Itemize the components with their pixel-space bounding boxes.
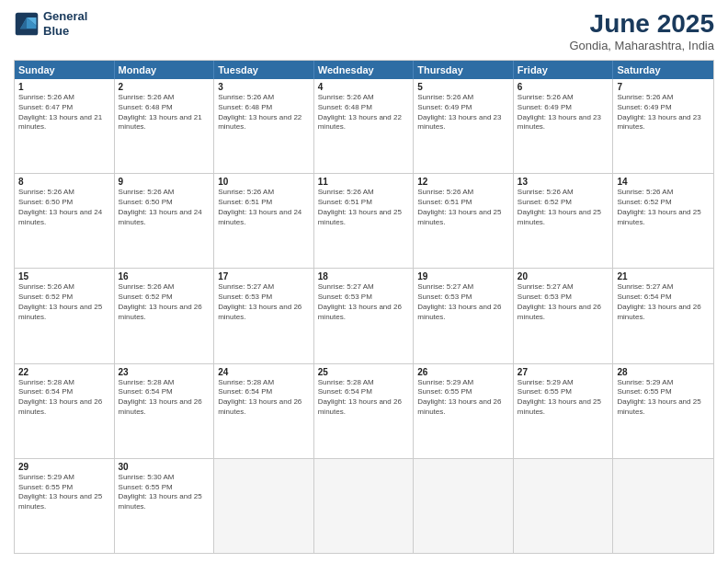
subtitle: Gondia, Maharashtra, India xyxy=(569,39,714,52)
day-info: Sunrise: 5:26 AMSunset: 6:52 PMDaylight:… xyxy=(119,282,210,322)
cal-cell: 23 Sunrise: 5:28 AMSunset: 6:54 PMDaylig… xyxy=(115,364,215,458)
day-info: Sunrise: 5:27 AMSunset: 6:53 PMDaylight:… xyxy=(318,282,410,322)
col-friday: Friday xyxy=(514,61,614,79)
day-info: Sunrise: 5:29 AMSunset: 6:55 PMDaylight:… xyxy=(617,378,710,418)
calendar-week: 15 Sunrise: 5:26 AMSunset: 6:52 PMDaylig… xyxy=(15,269,713,363)
day-number: 22 xyxy=(18,367,110,377)
calendar-week: 1 Sunrise: 5:26 AMSunset: 6:47 PMDayligh… xyxy=(15,79,713,174)
day-number: 9 xyxy=(119,177,210,187)
cal-cell: 29 Sunrise: 5:29 AMSunset: 6:55 PMDaylig… xyxy=(15,459,115,553)
day-number: 4 xyxy=(318,82,410,92)
day-number: 24 xyxy=(218,367,310,377)
day-info: Sunrise: 5:26 AMSunset: 6:47 PMDaylight:… xyxy=(18,93,110,132)
title-block: June 2025 Gondia, Maharashtra, India xyxy=(569,9,714,52)
cal-cell: 24 Sunrise: 5:28 AMSunset: 6:54 PMDaylig… xyxy=(214,364,314,458)
day-number: 27 xyxy=(518,367,609,377)
cal-cell xyxy=(514,459,614,553)
calendar-week: 29 Sunrise: 5:29 AMSunset: 6:55 PMDaylig… xyxy=(15,459,713,553)
day-info: Sunrise: 5:26 AMSunset: 6:49 PMDaylight:… xyxy=(417,93,509,132)
day-info: Sunrise: 5:26 AMSunset: 6:51 PMDaylight:… xyxy=(417,188,509,227)
cal-cell: 11 Sunrise: 5:26 AMSunset: 6:51 PMDaylig… xyxy=(314,174,415,268)
day-number: 3 xyxy=(218,82,310,92)
day-number: 15 xyxy=(18,271,110,282)
day-number: 19 xyxy=(417,271,509,282)
calendar: Sunday Monday Tuesday Wednesday Thursday… xyxy=(14,60,714,554)
day-info: Sunrise: 5:26 AMSunset: 6:50 PMDaylight:… xyxy=(18,188,110,227)
day-number: 14 xyxy=(617,177,710,187)
cal-cell: 1 Sunrise: 5:26 AMSunset: 6:47 PMDayligh… xyxy=(15,79,115,173)
col-monday: Monday xyxy=(115,61,215,79)
calendar-week: 22 Sunrise: 5:28 AMSunset: 6:54 PMDaylig… xyxy=(15,364,713,459)
day-number: 16 xyxy=(119,271,210,282)
cal-cell: 9 Sunrise: 5:26 AMSunset: 6:50 PMDayligh… xyxy=(115,174,215,268)
main-title: June 2025 xyxy=(569,9,714,39)
cal-cell: 7 Sunrise: 5:26 AMSunset: 6:49 PMDayligh… xyxy=(613,79,713,173)
col-saturday: Saturday xyxy=(613,61,713,79)
day-info: Sunrise: 5:29 AMSunset: 6:55 PMDaylight:… xyxy=(417,378,509,418)
day-info: Sunrise: 5:26 AMSunset: 6:51 PMDaylight:… xyxy=(218,188,310,227)
day-number: 20 xyxy=(518,271,609,282)
cal-cell: 5 Sunrise: 5:26 AMSunset: 6:49 PMDayligh… xyxy=(414,79,514,173)
logo-text: General Blue xyxy=(43,9,87,38)
day-info: Sunrise: 5:26 AMSunset: 6:48 PMDaylight:… xyxy=(218,93,310,132)
day-number: 26 xyxy=(417,367,509,377)
cal-cell: 15 Sunrise: 5:26 AMSunset: 6:52 PMDaylig… xyxy=(15,269,115,362)
day-number: 10 xyxy=(218,177,310,187)
day-number: 6 xyxy=(518,82,609,92)
cal-cell: 3 Sunrise: 5:26 AMSunset: 6:48 PMDayligh… xyxy=(214,79,314,173)
day-number: 13 xyxy=(518,177,609,187)
day-number: 23 xyxy=(119,367,210,377)
cal-cell: 26 Sunrise: 5:29 AMSunset: 6:55 PMDaylig… xyxy=(414,364,514,458)
day-info: Sunrise: 5:26 AMSunset: 6:49 PMDaylight:… xyxy=(617,93,710,132)
cal-cell: 16 Sunrise: 5:26 AMSunset: 6:52 PMDaylig… xyxy=(115,269,215,362)
day-info: Sunrise: 5:28 AMSunset: 6:54 PMDaylight:… xyxy=(18,378,110,418)
cal-cell xyxy=(314,459,415,553)
day-number: 5 xyxy=(417,82,509,92)
cal-cell: 17 Sunrise: 5:27 AMSunset: 6:53 PMDaylig… xyxy=(214,269,314,362)
page: General Blue June 2025 Gondia, Maharasht… xyxy=(0,0,728,563)
day-info: Sunrise: 5:28 AMSunset: 6:54 PMDaylight:… xyxy=(119,378,210,418)
calendar-body: 1 Sunrise: 5:26 AMSunset: 6:47 PMDayligh… xyxy=(15,79,713,553)
day-number: 11 xyxy=(318,177,410,187)
col-thursday: Thursday xyxy=(414,61,514,79)
cal-cell: 20 Sunrise: 5:27 AMSunset: 6:53 PMDaylig… xyxy=(514,269,614,362)
cal-cell: 30 Sunrise: 5:30 AMSunset: 6:55 PMDaylig… xyxy=(115,459,215,553)
cal-cell: 18 Sunrise: 5:27 AMSunset: 6:53 PMDaylig… xyxy=(314,269,415,362)
calendar-header: Sunday Monday Tuesday Wednesday Thursday… xyxy=(15,61,713,79)
day-info: Sunrise: 5:30 AMSunset: 6:55 PMDaylight:… xyxy=(119,473,210,512)
cal-cell: 28 Sunrise: 5:29 AMSunset: 6:55 PMDaylig… xyxy=(613,364,713,458)
col-wednesday: Wednesday xyxy=(314,61,415,79)
cal-cell xyxy=(214,459,314,553)
day-info: Sunrise: 5:29 AMSunset: 6:55 PMDaylight:… xyxy=(18,473,110,512)
cal-cell: 22 Sunrise: 5:28 AMSunset: 6:54 PMDaylig… xyxy=(15,364,115,458)
cal-cell: 12 Sunrise: 5:26 AMSunset: 6:51 PMDaylig… xyxy=(414,174,514,268)
day-number: 29 xyxy=(18,462,110,472)
day-info: Sunrise: 5:26 AMSunset: 6:48 PMDaylight:… xyxy=(318,93,410,132)
day-info: Sunrise: 5:26 AMSunset: 6:48 PMDaylight:… xyxy=(119,93,210,132)
col-sunday: Sunday xyxy=(15,61,115,79)
calendar-week: 8 Sunrise: 5:26 AMSunset: 6:50 PMDayligh… xyxy=(15,174,713,269)
day-number: 7 xyxy=(617,82,710,92)
cal-cell: 25 Sunrise: 5:28 AMSunset: 6:54 PMDaylig… xyxy=(314,364,415,458)
day-number: 2 xyxy=(119,82,210,92)
cal-cell xyxy=(414,459,514,553)
cal-cell: 2 Sunrise: 5:26 AMSunset: 6:48 PMDayligh… xyxy=(115,79,215,173)
cal-cell: 14 Sunrise: 5:26 AMSunset: 6:52 PMDaylig… xyxy=(613,174,713,268)
day-info: Sunrise: 5:27 AMSunset: 6:53 PMDaylight:… xyxy=(218,282,310,322)
cal-cell: 8 Sunrise: 5:26 AMSunset: 6:50 PMDayligh… xyxy=(15,174,115,268)
day-number: 12 xyxy=(417,177,509,187)
cal-cell: 27 Sunrise: 5:29 AMSunset: 6:55 PMDaylig… xyxy=(514,364,614,458)
day-info: Sunrise: 5:26 AMSunset: 6:52 PMDaylight:… xyxy=(617,188,710,227)
day-number: 28 xyxy=(617,367,710,377)
day-info: Sunrise: 5:27 AMSunset: 6:53 PMDaylight:… xyxy=(518,282,609,322)
logo-icon xyxy=(14,11,40,37)
day-info: Sunrise: 5:29 AMSunset: 6:55 PMDaylight:… xyxy=(518,378,609,418)
day-number: 18 xyxy=(318,271,410,282)
day-info: Sunrise: 5:26 AMSunset: 6:52 PMDaylight:… xyxy=(518,188,609,227)
day-number: 21 xyxy=(617,271,710,282)
cal-cell: 6 Sunrise: 5:26 AMSunset: 6:49 PMDayligh… xyxy=(514,79,614,173)
cal-cell: 21 Sunrise: 5:27 AMSunset: 6:54 PMDaylig… xyxy=(613,269,713,362)
logo: General Blue xyxy=(14,9,87,38)
header: General Blue June 2025 Gondia, Maharasht… xyxy=(14,9,714,52)
day-number: 8 xyxy=(18,177,110,187)
